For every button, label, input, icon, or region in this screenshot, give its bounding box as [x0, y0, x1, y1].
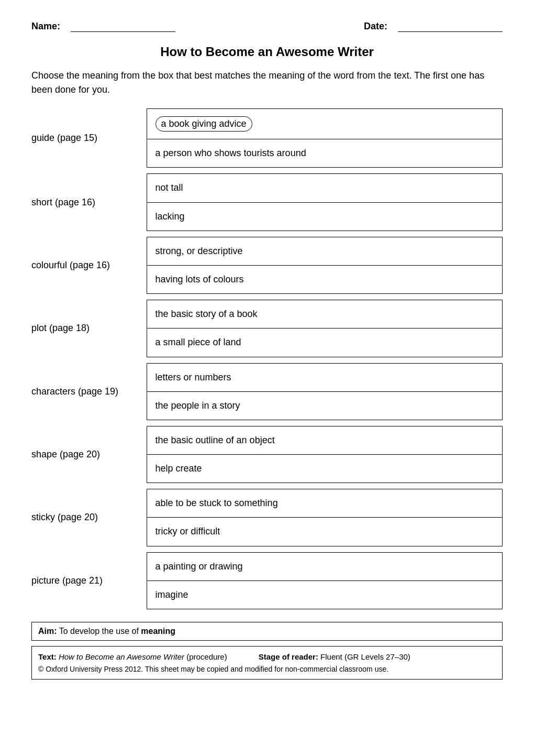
meaning-option[interactable]: the basic story of a book	[147, 300, 503, 328]
meaning-option[interactable]: imagine	[147, 581, 503, 609]
table-row: shape (page 20)the basic outline of an o…	[31, 426, 503, 483]
instructions: Choose the meaning from the box that bes…	[31, 69, 503, 97]
header-row: Name: Date:	[31, 21, 503, 32]
meaning-option[interactable]: the people in a story	[147, 392, 503, 420]
table-row: sticky (page 20)able to be stuck to some…	[31, 489, 503, 546]
text-label: Text:	[38, 652, 57, 661]
row-spacer	[31, 546, 503, 552]
meaning-cell: not talllacking	[147, 174, 503, 231]
word-cell: picture (page 21)	[31, 552, 147, 609]
meaning-cell: able to be stuck to somethingtricky or d…	[147, 489, 503, 546]
word-cell: short (page 16)	[31, 174, 147, 231]
row-spacer	[31, 168, 503, 174]
table-row: characters (page 19)letters or numbersth…	[31, 363, 503, 420]
text-type: (procedure)	[184, 652, 227, 661]
name-label: Name:	[31, 21, 60, 32]
stage-value: Fluent (GR Levels 27–30)	[320, 652, 410, 661]
aim-box: Aim: To develop the use of meaning	[31, 622, 503, 641]
table-row: colourful (page 16)strong, or descriptiv…	[31, 237, 503, 293]
meaning-option[interactable]: strong, or descriptive	[147, 237, 503, 266]
word-cell: plot (page 18)	[31, 300, 147, 357]
vocab-table: guide (page 15)a book giving advicea per…	[31, 108, 503, 609]
text-title: How to Become an Awesome Writer	[59, 652, 184, 661]
meaning-option[interactable]: able to be stuck to something	[147, 489, 503, 518]
word-cell: colourful (page 16)	[31, 237, 147, 293]
row-spacer	[31, 231, 503, 237]
meaning-option[interactable]: lacking	[147, 203, 503, 231]
meaning-cell: the basic outline of an objecthelp creat…	[147, 426, 503, 483]
meaning-cell: a painting or drawingimagine	[147, 552, 503, 609]
table-row: short (page 16)not talllacking	[31, 174, 503, 231]
aim-label: Aim:	[38, 627, 57, 636]
meaning-option[interactable]: a small piece of land	[147, 328, 503, 356]
meaning-cell: strong, or descriptivehaving lots of col…	[147, 237, 503, 293]
row-spacer	[31, 420, 503, 426]
word-cell: characters (page 19)	[31, 363, 147, 420]
word-cell: shape (page 20)	[31, 426, 147, 483]
table-row: guide (page 15)a book giving advicea per…	[31, 109, 503, 168]
aim-bold: meaning	[141, 627, 175, 636]
meaning-cell: a book giving advicea person who shows t…	[147, 109, 503, 168]
meaning-option[interactable]: a person who shows tourists around	[147, 139, 503, 167]
meaning-option[interactable]: not tall	[147, 174, 503, 202]
meaning-option[interactable]: help create	[147, 455, 503, 483]
row-spacer	[31, 294, 503, 300]
footer-text-line: Text: How to Become an Awesome Writer (p…	[38, 651, 496, 663]
page-title: How to Become an Awesome Writer	[31, 45, 503, 59]
row-spacer	[31, 483, 503, 489]
meaning-cell: letters or numbersthe people in a story	[147, 363, 503, 420]
aim-text: To develop the use of	[59, 627, 141, 636]
text-entry: Text: How to Become an Awesome Writer (p…	[38, 651, 227, 663]
copyright: © Oxford University Press 2012. This she…	[38, 663, 496, 675]
meaning-option[interactable]: a book giving advice	[147, 109, 503, 139]
word-cell: sticky (page 20)	[31, 489, 147, 546]
stage-entry: Stage of reader: Fluent (GR Levels 27–30…	[259, 651, 410, 663]
circled-answer: a book giving advice	[155, 116, 252, 132]
table-row: plot (page 18)the basic story of a booka…	[31, 300, 503, 357]
meaning-option[interactable]: having lots of colours	[147, 266, 503, 293]
stage-label: Stage of reader:	[259, 652, 318, 661]
row-spacer	[31, 357, 503, 363]
meaning-option[interactable]: letters or numbers	[147, 364, 503, 392]
meaning-cell: the basic story of a booka small piece o…	[147, 300, 503, 357]
date-label: Date:	[364, 21, 387, 32]
meaning-option[interactable]: the basic outline of an object	[147, 426, 503, 455]
date-underline[interactable]	[398, 21, 503, 32]
meaning-option[interactable]: a painting or drawing	[147, 553, 503, 581]
word-cell: guide (page 15)	[31, 109, 147, 168]
table-row: picture (page 21)a painting or drawingim…	[31, 552, 503, 609]
name-underline[interactable]	[71, 21, 175, 32]
footer-box: Text: How to Become an Awesome Writer (p…	[31, 646, 503, 680]
meaning-option[interactable]: tricky or difficult	[147, 518, 503, 545]
